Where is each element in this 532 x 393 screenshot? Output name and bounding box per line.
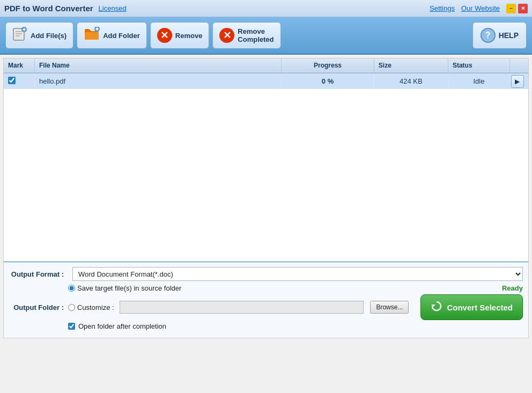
remove-icon: ✕	[157, 28, 172, 43]
open-folder-row: Open folder after completion	[68, 322, 523, 330]
row-filename: hello.pdf	[39, 77, 65, 85]
help-label: HELP	[499, 31, 519, 40]
titlebar: PDF to Word Converter Licensed Settings …	[0, 0, 532, 17]
help-icon: ?	[481, 28, 496, 43]
settings-link[interactable]: Settings	[430, 4, 455, 12]
col-header-mark: Mark	[4, 58, 35, 73]
website-link[interactable]: Our Website	[461, 4, 500, 12]
save-source-label: Save target file(s) in source folder	[77, 284, 181, 292]
close-button[interactable]: ✕	[518, 4, 528, 13]
row-filename-cell: hello.pdf	[35, 73, 282, 89]
customize-radio[interactable]	[68, 304, 75, 311]
row-size-cell: 424 KB	[374, 73, 448, 89]
add-folder-icon	[84, 27, 100, 44]
add-files-label: Add File(s)	[31, 32, 66, 40]
ready-status: Ready	[502, 284, 523, 292]
help-button[interactable]: ? HELP	[472, 22, 527, 49]
file-list-area: Mark File Name Progress Size Status hell…	[4, 58, 528, 262]
convert-label: Convert Selected	[447, 303, 513, 312]
output-format-label: Output Format :	[9, 270, 68, 278]
folder-main-row: Output Folder : Save target file(s) in s…	[9, 284, 523, 330]
main-area: Mark File Name Progress Size Status hell…	[3, 58, 529, 338]
remove-label: Remove	[175, 32, 203, 40]
titlebar-right: Settings Our Website – ✕	[430, 4, 528, 13]
add-folder-label: Add Folder	[103, 32, 140, 40]
convert-icon	[431, 300, 442, 315]
open-folder-checkbox[interactable]	[68, 323, 75, 330]
browse-button[interactable]: Browse...	[370, 301, 409, 314]
app-title: PDF to Word Converter	[4, 4, 93, 13]
col-header-action	[509, 58, 528, 73]
row-checkbox[interactable]	[8, 77, 16, 84]
window-controls: – ✕	[506, 4, 528, 13]
bottom-settings-area: Output Format : Word Document Format(*.d…	[4, 262, 528, 338]
output-format-row: Output Format : Word Document Format(*.d…	[9, 267, 523, 281]
annotation-arrow	[143, 58, 240, 68]
save-source-option[interactable]: Save target file(s) in source folder	[68, 284, 181, 292]
row-status-cell: Idle	[448, 73, 509, 89]
output-folder-row: Output Folder : Save target file(s) in s…	[9, 284, 523, 330]
save-source-row: Save target file(s) in source folder Rea…	[68, 284, 523, 292]
convert-selected-button[interactable]: Convert Selected	[420, 294, 523, 320]
output-folder-label: Output Folder :	[9, 303, 68, 312]
row-action-button[interactable]: ▶	[511, 75, 524, 88]
minimize-button[interactable]: –	[506, 4, 516, 13]
table-row: hello.pdf 0 % 424 KB Idle ▶	[4, 73, 528, 89]
remove-completed-icon: ✕	[219, 28, 234, 43]
col-header-size: Size	[374, 58, 448, 73]
col-header-status: Status	[448, 58, 509, 73]
remove-button[interactable]: ✕ Remove	[150, 22, 210, 49]
row-progress-cell: 0 %	[282, 73, 374, 89]
licensed-link[interactable]: Licensed	[99, 4, 127, 12]
remove-completed-label: Remove Completed	[238, 27, 274, 43]
row-size: 424 KB	[400, 77, 423, 85]
table-header-row: Mark File Name Progress Size Status	[4, 58, 528, 73]
add-folder-button[interactable]: Add Folder	[77, 22, 147, 49]
row-action-cell: ▶	[509, 73, 528, 89]
add-files-icon	[12, 26, 27, 45]
col-header-progress: Progress	[282, 58, 374, 73]
customize-path-input[interactable]	[120, 301, 364, 314]
row-progress: 0 %	[322, 77, 334, 85]
row-mark-cell	[4, 73, 35, 89]
customize-row: Customize : Browse... Convert Sel	[68, 294, 523, 320]
remove-completed-button[interactable]: ✕ Remove Completed	[212, 22, 280, 49]
toolbar: Add File(s) Add Folder ✕ Remove ✕ Remove…	[0, 17, 532, 55]
customize-option[interactable]: Customize :	[68, 303, 114, 312]
customize-label: Customize :	[77, 303, 114, 312]
row-status: Idle	[473, 77, 484, 85]
file-table: Mark File Name Progress Size Status hell…	[4, 58, 528, 89]
titlebar-left: PDF to Word Converter Licensed	[4, 4, 127, 13]
folder-options: Save target file(s) in source folder Rea…	[68, 284, 523, 330]
add-files-button[interactable]: Add File(s)	[5, 22, 73, 49]
format-select[interactable]: Word Document Format(*.doc) PDF Format T…	[72, 267, 523, 281]
save-source-radio[interactable]	[68, 285, 75, 292]
open-folder-label[interactable]: Open folder after completion	[78, 322, 166, 330]
